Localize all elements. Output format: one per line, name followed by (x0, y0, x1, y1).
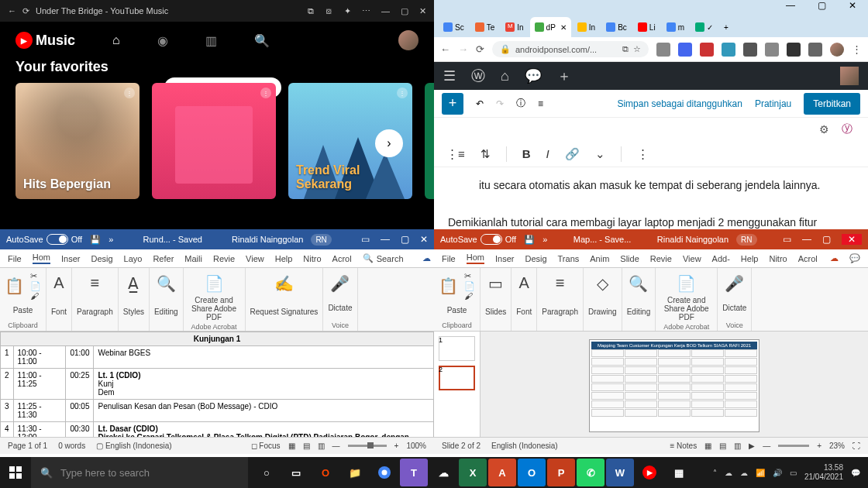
tab-home[interactable]: Hom (33, 253, 50, 264)
list-icon[interactable]: ⋮≡ (446, 147, 465, 161)
focus-mode[interactable]: ◻ Focus (251, 442, 281, 450)
cloud-icon[interactable]: ☁ (725, 469, 732, 477)
ext-icon[interactable] (722, 43, 735, 57)
open-icon[interactable]: ⧉ (622, 44, 629, 54)
tab[interactable]: Li (633, 17, 660, 37)
view-icon[interactable]: ▥ (318, 442, 325, 450)
tab[interactable]: Bc (601, 17, 632, 37)
fit-icon[interactable]: ⛶ (852, 442, 860, 450)
taskbar-search[interactable]: 🔍 Type here to search (31, 457, 248, 488)
ext-icon[interactable] (678, 43, 692, 57)
tab-acrobat[interactable]: Acrol (332, 254, 352, 263)
notifications-icon[interactable]: 💬 (851, 469, 860, 477)
thumb-2[interactable] (439, 366, 475, 390)
tab[interactable]: ✓ (691, 17, 718, 37)
styles-group[interactable]: A̲Styles (119, 268, 150, 331)
add-block-button[interactable]: + (442, 93, 463, 115)
zoom-level[interactable]: 23% (829, 442, 845, 450)
powerpoint-icon[interactable]: P (547, 459, 575, 486)
more-icon[interactable]: ⋯ (362, 6, 370, 16)
bold-button[interactable]: B (522, 147, 531, 160)
clipboard-group[interactable]: 📋✂📄🖌PasteClipboard (0, 268, 46, 331)
restore-icon[interactable]: ▭ (783, 234, 791, 245)
ext-icon[interactable] (765, 43, 779, 57)
view-icon[interactable]: ▤ (719, 442, 726, 450)
ext-icon[interactable] (808, 43, 822, 57)
save-icon[interactable]: 💾 (90, 235, 101, 245)
tab-view[interactable]: View (246, 254, 264, 263)
zoom-level[interactable]: 100% (406, 442, 426, 450)
zoom-out[interactable]: — (763, 442, 770, 450)
tab-slideshow[interactable]: Slide (620, 254, 639, 263)
tab-acrobat[interactable]: Acrol (798, 254, 818, 263)
view-icon[interactable]: ▦ (704, 442, 711, 450)
share-icon[interactable]: ☁ (830, 253, 839, 263)
menu-icon[interactable]: ⋮ (124, 88, 135, 98)
close-icon[interactable]: ✕ (837, 0, 868, 14)
language-indicator[interactable]: ▭ (790, 469, 797, 477)
maximize-icon[interactable]: ▢ (806, 0, 837, 14)
card-hits[interactable]: ⋮ Hits Bepergian (16, 83, 140, 199)
link-icon[interactable]: 🔗 (565, 147, 580, 161)
tab-help[interactable]: Help (741, 254, 759, 263)
move-icon[interactable]: ⇅ (480, 147, 491, 161)
save-icon[interactable]: 💾 (524, 235, 535, 245)
tab-insert[interactable]: Inser (61, 254, 80, 263)
paragraph-group[interactable]: ≡Paragraph (72, 268, 119, 331)
tab-active[interactable]: dP✕ (530, 17, 571, 37)
library-icon[interactable]: ▥ (205, 33, 217, 48)
avatar[interactable] (398, 30, 418, 50)
opera-icon[interactable]: O (312, 459, 339, 486)
home-icon[interactable]: ⌂ (112, 33, 120, 47)
next-button[interactable]: › (375, 129, 403, 157)
more-icon[interactable]: » (542, 235, 547, 244)
maximize-icon[interactable]: ▢ (401, 6, 408, 16)
more-icon[interactable]: ⋮ (637, 147, 649, 161)
zoom-out[interactable]: — (332, 442, 340, 450)
onedrive-icon[interactable]: ☁ (429, 459, 457, 486)
word-icon[interactable]: W (606, 459, 634, 486)
chevron-up-icon[interactable]: ˄ (713, 469, 717, 477)
user-badge[interactable]: RN (736, 234, 756, 246)
tab-addins[interactable]: Add- (712, 254, 730, 263)
access-icon[interactable]: A (488, 459, 516, 486)
ytmusic-icon[interactable]: ▶ (636, 459, 663, 486)
search-icon[interactable]: 🔍 (254, 33, 270, 48)
language[interactable]: English (Indonesia) (491, 442, 558, 450)
view-icon[interactable]: ▦ (288, 442, 295, 450)
drawing-group[interactable]: ◇Drawing (584, 268, 622, 331)
minimize-icon[interactable]: — (775, 0, 806, 14)
start-button[interactable] (0, 457, 31, 488)
zoom-in[interactable]: + (817, 442, 822, 450)
autosave-toggle[interactable]: AutoSaveOff (6, 234, 82, 245)
preview-link[interactable]: Pratinjau (755, 98, 791, 109)
menu-icon[interactable]: ⋮ (260, 88, 271, 98)
font-group[interactable]: AFont (46, 268, 72, 331)
signatures-group[interactable]: ✍Request Signatures (246, 268, 324, 331)
tab[interactable]: In (573, 17, 600, 37)
search-box[interactable]: 🔍 Search (363, 253, 404, 263)
restore-icon[interactable]: ▭ (361, 234, 370, 245)
forward-icon[interactable]: → (458, 43, 468, 55)
tab-nitro[interactable]: Nitro (303, 254, 321, 263)
adobe-group[interactable]: 📄Create and Share Adobe PDFAdobe Acrobat (656, 268, 718, 331)
tab-file[interactable]: File (8, 254, 22, 263)
maximize-icon[interactable]: ▢ (822, 234, 831, 245)
ext-icon[interactable] (787, 43, 801, 57)
whatsapp-icon[interactable]: ✆ (577, 459, 604, 486)
minimize-icon[interactable]: — (381, 6, 390, 16)
tab[interactable]: Te (470, 17, 500, 37)
dictate-group[interactable]: 🎤DictateVoice (718, 268, 752, 331)
ytm-logo[interactable]: ▶ Music (16, 32, 75, 49)
volume-icon[interactable]: 🔊 (773, 469, 782, 477)
maximize-icon[interactable]: ▢ (401, 234, 409, 245)
tab-design[interactable]: Desig (525, 254, 546, 263)
back-icon[interactable]: ← (8, 6, 16, 15)
extensions-icon[interactable]: ✦ (344, 6, 351, 16)
tab-nitro[interactable]: Nitro (769, 254, 787, 263)
user-badge[interactable]: RN (311, 234, 331, 246)
explore-icon[interactable]: ◉ (157, 33, 168, 48)
tab-insert[interactable]: Inser (495, 254, 514, 263)
close-icon[interactable]: ✕ (419, 6, 426, 16)
tab-design[interactable]: Desig (91, 254, 112, 263)
